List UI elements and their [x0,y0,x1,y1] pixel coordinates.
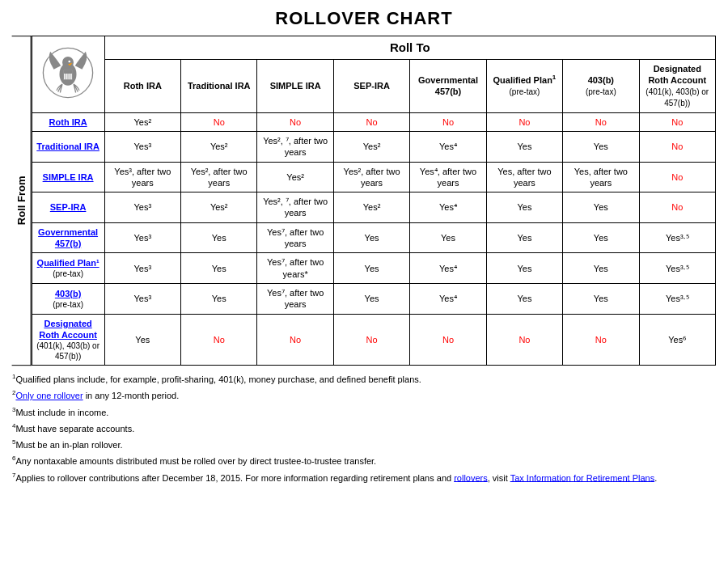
footnote-5: 5Must be an in-plan rollover. [12,438,716,452]
cell-r7-c1: No [181,314,257,366]
table-row: SEP-IRAYes³Yes²Yes², ⁷, after two yearsY… [32,192,715,223]
cell-r7-c0: Yes [104,314,180,366]
row-header-1: Traditional IRA [32,131,104,162]
cell-r5-c1: Yes [181,253,257,284]
col-header-qual_plan: Qualified Plan1(pre-tax) [486,59,562,112]
cell-r0-c5: No [486,112,562,131]
irs-logo [40,44,96,101]
roll-from-label: Roll From [12,36,32,366]
cell-r7-c3: No [333,314,409,366]
footnote-6: 6Any nontaxable amounts distributed must… [12,454,716,468]
col-header-trad_ira: Traditional IRA [181,59,257,112]
cell-r2-c7: No [639,162,715,192]
cell-r3-c2: Yes², ⁷, after two years [257,192,333,223]
footnote-2: 2Only one rollover in any 12-month perio… [12,388,716,403]
cell-r3-c4: Yes⁴ [410,192,486,223]
footnote-7: 7Applies to rollover contributions after… [12,471,716,485]
row-header-link-1[interactable]: Traditional IRA [36,142,99,151]
cell-r3-c1: Yes² [181,192,257,223]
row-header-link-5[interactable]: Qualified Plan¹ [37,258,99,268]
row-header-2: SIMPLE IRA [32,162,104,192]
row-header-link-7[interactable]: Designated Roth Account [39,319,97,340]
cell-r5-c2: Yes⁷, after two years* [257,253,333,284]
footnote-4: 4Must have separate accounts. [12,421,716,436]
cell-r2-c4: Yes⁴, after two years [410,162,486,192]
cell-r0-c2: No [257,112,333,131]
cell-r0-c0: Yes² [104,112,180,131]
cell-r1-c6: Yes [563,131,639,162]
cell-r2-c2: Yes² [257,162,333,192]
cell-r6-c1: Yes [181,283,257,314]
page-title: ROLLOVER CHART [12,8,716,29]
cell-r5-c0: Yes³ [104,253,180,284]
cell-r6-c5: Yes [486,283,562,314]
col-header-gov_457b: Governmental 457(b) [410,59,486,112]
row-header-7: Designated Roth Account(401(k), 403(b) o… [32,314,104,366]
table-row: Governmental 457(b)Yes³YesYes⁷, after tw… [32,222,715,253]
cell-r2-c0: Yes³, after two years [104,162,180,192]
cell-r5-c4: Yes⁴ [410,253,486,284]
cell-r6-c3: Yes [333,283,409,314]
table-row: SIMPLE IRAYes³, after two yearsYes², aft… [32,162,715,192]
table-row: Traditional IRAYes³Yes²Yes², ⁷, after tw… [32,131,715,162]
footnote-3: 3Must include in income. [12,405,716,420]
cell-r4-c4: Yes [410,222,486,253]
cell-r7-c5: No [486,314,562,366]
cell-r1-c1: Yes² [181,131,257,162]
cell-r5-c5: Yes [486,253,562,284]
cell-r4-c7: Yes³·⁵ [639,222,715,253]
cell-r5-c6: Yes [563,253,639,284]
table-body: Roth IRAYes²NoNoNoNoNoNoNoTraditional IR… [32,112,715,365]
cell-r5-c7: Yes³·⁵ [639,253,715,284]
row-header-5: Qualified Plan¹(pre-tax) [32,253,104,284]
row-header-link-0[interactable]: Roth IRA [49,117,87,127]
table-row: 403(b)(pre-tax)Yes³YesYes⁷, after two ye… [32,283,715,314]
row-header-link-3[interactable]: SEP-IRA [50,202,87,212]
cell-r3-c6: Yes [563,192,639,223]
rollover-table: Roll To Roth IRATraditional IRASIMPLE IR… [32,36,716,366]
cell-r7-c4: No [410,314,486,366]
svg-point-4 [69,61,71,63]
cell-r3-c0: Yes³ [104,192,180,223]
cell-r0-c4: No [410,112,486,131]
cell-r2-c3: Yes², after two years [333,162,409,192]
svg-rect-6 [64,70,73,74]
cell-r7-c2: No [257,314,333,366]
cell-r6-c0: Yes³ [104,283,180,314]
cell-r6-c6: Yes [563,283,639,314]
cell-r0-c6: No [563,112,639,131]
cell-r1-c7: No [639,131,715,162]
cell-r2-c1: Yes², after two years [181,162,257,192]
tax-info-link[interactable]: Tax Information for Retirement Plans [510,472,655,482]
logo-cell [32,36,104,113]
cell-r6-c2: Yes⁷, after two years [257,283,333,314]
footnote-1: 1Qualified plans include, for example, p… [12,372,716,387]
cell-r4-c5: Yes [486,222,562,253]
cell-r6-c4: Yes⁴ [410,283,486,314]
cell-r6-c7: Yes³·⁵ [639,283,715,314]
cell-r4-c1: Yes [181,222,257,253]
col-header-403b: 403(b)(pre-tax) [563,59,639,112]
row-header-0: Roth IRA [32,112,104,131]
roll-to-header: Roll To [104,36,715,60]
cell-r1-c0: Yes³ [104,131,180,162]
col-header-roth_ira: Roth IRA [104,59,180,112]
row-header-6: 403(b)(pre-tax) [32,283,104,314]
cell-r2-c6: Yes, after two years [563,162,639,192]
col-header-des_roth: Designated Roth Account(401(k), 403(b) o… [639,59,715,112]
row-header-link-4[interactable]: Governmental 457(b) [38,227,98,248]
cell-r1-c3: Yes² [333,131,409,162]
svg-point-2 [62,57,74,68]
row-header-link-6[interactable]: 403(b) [55,289,81,298]
cell-r5-c3: Yes [333,253,409,284]
row-header-link-2[interactable]: SIMPLE IRA [43,172,94,182]
rollovers-link[interactable]: rollovers [454,472,488,482]
table-row: Designated Roth Account(401(k), 403(b) o… [32,314,715,366]
cell-r4-c6: Yes [563,222,639,253]
one-rollover-link[interactable]: Only one rollover [15,391,83,400]
cell-r3-c5: Yes [486,192,562,223]
col-header-sep_ira: SEP-IRA [333,59,409,112]
cell-r2-c5: Yes, after two years [486,162,562,192]
row-header-4: Governmental 457(b) [32,222,104,253]
cell-r0-c1: No [181,112,257,131]
